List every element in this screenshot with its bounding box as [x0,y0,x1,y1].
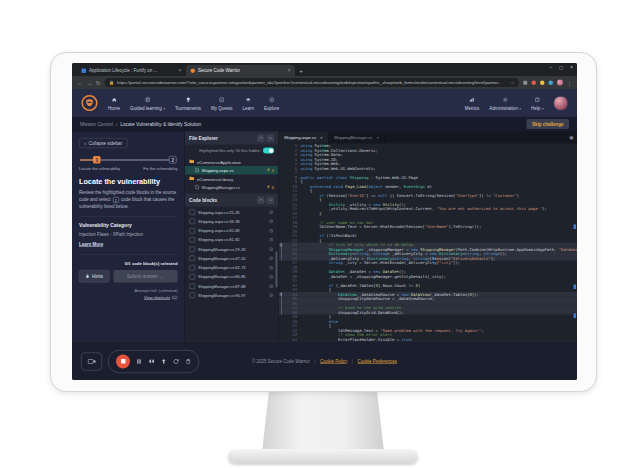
breadcrumb-parent[interactable]: Mission Control [80,121,113,127]
submit-answer-button[interactable]: Submit answer → [113,270,177,283]
locate-target-icon[interactable] [269,210,274,215]
nav-item-home[interactable]: Home [108,95,120,111]
minimize-button[interactable]: – [550,65,553,70]
code-block-item[interactable]: Shipping.aspx.cs:25-26 [185,208,278,217]
step-2-badge[interactable]: 2 [169,156,177,164]
view-shortcuts[interactable]: View shortcuts [79,295,178,300]
locate-target-icon[interactable] [269,284,274,289]
code-block-item[interactable]: ShippingManager.cs:62-73 [185,263,278,272]
view-shortcuts-link[interactable]: View shortcuts [144,295,170,300]
code-line[interactable]: 15 _utility.RedirectToHttps(HttpContext.… [279,207,578,212]
code-block-item[interactable]: Shipping.aspx.cs:81-82 [185,235,278,244]
locate-target-icon[interactable] [269,275,274,280]
checkbox[interactable] [190,293,196,299]
extension-icon[interactable] [540,80,545,85]
pause-button[interactable] [137,358,142,364]
editor-options-icon[interactable]: ▣ [569,135,573,140]
skip-challenge-button[interactable]: Skip challenge [526,119,569,129]
delete-button[interactable] [186,358,192,364]
scrollbar[interactable] [276,252,278,288]
nav-item-explore[interactable]: Explore [264,95,279,111]
action-buttons: Hints Submit answer → [79,270,178,283]
checkbox[interactable] [190,219,196,225]
nav-item-help[interactable]: ?Help▾ [531,95,544,111]
cookie-policy-link[interactable]: Cookie Policy [320,359,347,364]
nav-item-tournaments[interactable]: Tournaments [175,95,201,111]
close-icon[interactable]: × [179,68,182,73]
tree-file-shipping-aspx-cs[interactable]: Shipping.aspx.cs4 [185,166,278,175]
code-block-item[interactable]: ShippingManager.cs:87-88 [185,282,278,291]
stop-button[interactable] [116,354,130,368]
cookie-preferences-link[interactable]: Cookie Preferences [358,359,398,364]
locate-target-icon[interactable] [269,228,274,233]
rewind-button[interactable] [148,359,155,365]
checkbox[interactable] [190,246,196,252]
collapse-all-button[interactable] [257,196,265,204]
nav-item-my-quests[interactable]: My Quests [211,95,233,111]
browser-profile-avatar[interactable] [557,80,563,86]
forward-icon[interactable]: → [87,80,93,86]
nav-item-metrics[interactable]: Metrics [465,95,480,111]
locate-target-icon[interactable] [269,238,274,243]
collapse-all-button[interactable] [257,134,265,142]
collapse-sidebar-button[interactable]: ‹ Collapse sidebar [79,138,128,148]
browser-tab-2[interactable]: Secure Code Warrior × [186,65,295,76]
bookmark-star-icon[interactable]: ☆ [510,80,514,85]
checkbox[interactable] [190,209,196,215]
learn-more-link[interactable]: Learn More [79,242,103,247]
extension-icon[interactable] [549,80,554,85]
hints-button[interactable]: Hints [79,270,109,283]
nav-item-administration[interactable]: Administration▾ [489,95,521,111]
upload-button[interactable] [161,359,167,365]
close-icon[interactable]: × [288,68,291,73]
code-block-item[interactable]: ShippingManager.cs:90-97 [185,291,278,300]
code-block-item[interactable]: Shipping.aspx.cs:34-38 [185,217,278,226]
chevron-down-icon: ▾ [542,106,544,110]
locate-target-icon[interactable] [269,265,274,270]
step-1-badge[interactable]: 1 [93,156,101,164]
editor-tab-shippingmanager-cs[interactable]: ShippingManager.cs× [328,132,384,144]
code-block-item[interactable]: ShippingManager.cs:29-33 [185,245,278,254]
code-block-item[interactable]: ShippingManager.cs:47-50 [185,254,278,263]
tree-file-shippingmanager-cs[interactable]: ShippingManager.cs6 [185,183,278,192]
nav-item-learn[interactable]: Learn [243,95,255,111]
extension-icon[interactable] [523,80,528,85]
close-icon[interactable]: × [320,135,322,140]
line-code: shippingCityDataSource = _dataViewSource… [301,297,435,302]
highlighted-files-toggle[interactable] [263,148,274,154]
tree-folder-ecommercelibrary[interactable]: eCommerceLibrary [185,175,278,184]
checkbox[interactable] [190,274,196,280]
restart-button[interactable] [173,358,179,364]
checkbox[interactable] [190,256,196,262]
locate-target-icon[interactable] [269,247,274,252]
new-tab-button[interactable]: + [297,67,305,75]
locate-target-icon[interactable] [269,219,274,224]
nav-item-guided-learning[interactable]: Guided learning▾ [130,95,165,111]
address-bar[interactable]: 🔒 https://portal.securecodewarrior.com/?… [105,78,519,87]
checkbox[interactable] [190,237,196,243]
user-avatar[interactable] [554,96,569,111]
close-icon[interactable]: × [376,135,378,140]
extension-icon[interactable] [532,80,537,85]
expand-all-button[interactable] [267,134,275,142]
maximize-button[interactable]: ▢ [559,65,563,70]
tree-folder-ecommerceapplication[interactable]: eCommerceApplication [185,158,278,167]
screen-record-button[interactable] [81,352,102,370]
code-block-item[interactable]: ShippingManager.cs:80-85 [185,272,278,281]
editor-tab-shipping-aspx-cs[interactable]: Shipping.aspx.cs× [279,132,329,144]
close-window-button[interactable]: × [570,65,573,70]
locate-target-icon[interactable] [269,256,274,261]
back-icon[interactable]: ← [77,80,83,86]
expand-all-button[interactable] [267,196,275,204]
checkbox[interactable] [190,265,196,271]
browser-tab-1[interactable]: Application Lifecycle : Fortify on ... × [77,65,186,76]
locate-target-icon[interactable] [269,293,274,298]
code-block-item[interactable]: Shipping.aspx.cs:65-68 [185,226,278,235]
scw-logo-icon[interactable] [81,95,98,112]
checkbox[interactable] [190,228,196,234]
app-navbar: HomeGuided learning▾TournamentsMy Quests… [72,89,577,117]
reload-icon[interactable]: ↻ [96,80,101,86]
checkbox[interactable] [190,283,196,289]
code-area[interactable]: 1using System;2using System.Collections.… [279,144,578,342]
browser-menu-icon[interactable]: ⋮ [567,80,572,86]
